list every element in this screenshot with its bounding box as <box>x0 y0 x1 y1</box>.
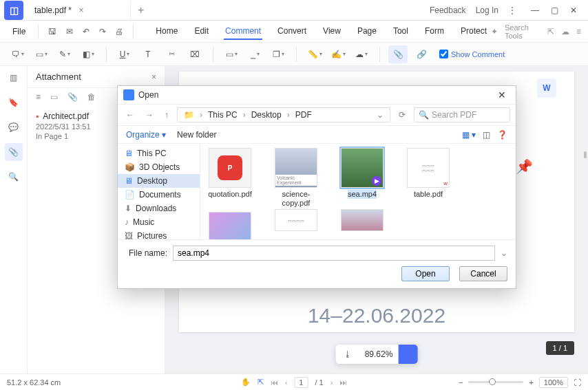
new-tab-button[interactable]: + <box>131 4 151 17</box>
preview-pane-icon[interactable]: ◫ <box>483 130 490 140</box>
close-icon[interactable]: ✕ <box>565 3 582 18</box>
feedback-link[interactable]: Feedback <box>430 6 466 15</box>
breadcrumb[interactable]: 📁› This PC› Desktop› PDF ⌄ <box>177 107 390 122</box>
shape-line-tool[interactable]: ⎯ <box>245 45 264 63</box>
text-tool[interactable]: T <box>138 45 158 63</box>
nav-up-icon[interactable]: ↑ <box>162 109 171 121</box>
file-item-selected[interactable]: ▶ sea.mp4 <box>335 148 389 208</box>
dialog-search-input[interactable]: 🔍 Search PDF <box>414 107 510 122</box>
tab-page[interactable]: Page <box>356 23 378 40</box>
help-icon[interactable]: ❓ <box>497 130 507 140</box>
file-item[interactable]: Volcanic Experiment science-copy.pdf <box>269 148 323 208</box>
file-item[interactable]: P quotation.pdf <box>203 148 257 208</box>
tree-documents[interactable]: 📄Documents <box>118 188 200 202</box>
eraser-tool[interactable]: ◧ <box>78 45 98 63</box>
tree-3d[interactable]: 📦3D Objects <box>118 160 200 174</box>
select-tool-icon[interactable]: ⇱ <box>258 378 264 387</box>
tree-music[interactable]: ♪Music <box>118 215 200 229</box>
undo-icon[interactable]: ↶ <box>79 24 93 39</box>
open-button[interactable]: Open <box>401 266 450 281</box>
sign-tool[interactable]: ✍ <box>328 45 348 63</box>
zoom-slider[interactable] <box>468 381 523 383</box>
redo-icon[interactable]: ↷ <box>96 24 109 39</box>
new-folder-button[interactable]: New folder <box>177 130 216 140</box>
panel-clip-icon[interactable]: 📎 <box>67 92 78 102</box>
panel-close-icon[interactable]: × <box>151 72 156 82</box>
tree-downloads[interactable]: ⬇Downloads <box>118 202 200 215</box>
fit-icon[interactable]: ⛶ <box>574 378 581 387</box>
rail-bookmark-icon[interactable]: 🔖 <box>5 94 23 111</box>
hand-tool-icon[interactable]: ✋ <box>241 378 251 387</box>
note-tool[interactable]: 🗨 <box>8 45 28 63</box>
zoom-handle[interactable] <box>398 345 417 364</box>
rail-attachment-icon[interactable]: 📎 <box>5 143 23 161</box>
page-number-input[interactable]: 1 <box>294 377 308 388</box>
prev-page-icon[interactable]: ‹ <box>285 378 288 387</box>
show-comment-checkbox[interactable] <box>439 50 448 58</box>
first-page-icon[interactable]: ⏮ <box>271 378 278 387</box>
shape-rect-tool[interactable]: ▭ <box>222 45 241 63</box>
crumb-thispc[interactable]: This PC <box>206 110 240 120</box>
filename-input[interactable] <box>173 246 495 261</box>
zoom-out-icon[interactable]: − <box>459 378 463 387</box>
menu-icon[interactable]: ≡ <box>576 27 581 36</box>
more-icon[interactable]: ⋮ <box>508 6 516 15</box>
measure-tool[interactable]: 📏 <box>305 45 324 63</box>
cloud-tool[interactable]: ☁ <box>352 45 371 63</box>
rail-thumbnails-icon[interactable]: ▥ <box>5 69 23 87</box>
print-icon[interactable]: 🖨 <box>112 24 126 39</box>
rail-search-icon[interactable]: 🔍 <box>5 168 23 186</box>
file-item[interactable]: tezos-WN5_7UBc7cw-unsplash.gif <box>203 212 257 239</box>
document-tab[interactable]: table.pdf * × <box>28 1 131 20</box>
view-mode-icon[interactable]: ▦ ▾ <box>462 130 476 140</box>
close-tab-icon[interactable]: × <box>76 6 124 15</box>
tree-thispc[interactable]: 🖥This PC <box>118 147 200 160</box>
login-link[interactable]: Log In <box>476 6 498 15</box>
cloud-icon[interactable]: ☁ <box>561 27 569 36</box>
maximize-icon[interactable]: ▢ <box>545 3 563 18</box>
tab-comment[interactable]: Comment <box>224 23 262 40</box>
tab-protect[interactable]: Protect <box>459 23 488 40</box>
tree-pictures[interactable]: 🖼Pictures <box>118 229 200 239</box>
crumb-desktop[interactable]: Desktop <box>249 110 284 120</box>
share-icon[interactable]: ⇱ <box>547 27 554 36</box>
tree-desktop[interactable]: 🖥Desktop <box>118 174 200 188</box>
refresh-icon[interactable]: ⟳ <box>396 109 408 121</box>
textbox-tool[interactable]: ⎶ <box>162 45 181 63</box>
stamp-tool[interactable]: ❐ <box>269 45 288 63</box>
dialog-close-icon[interactable]: ✕ <box>494 88 510 102</box>
zoom-in-icon[interactable]: + <box>529 378 533 387</box>
minimize-icon[interactable]: — <box>526 3 544 18</box>
tab-tool[interactable]: Tool <box>392 23 410 40</box>
organize-menu[interactable]: Organize ▾ <box>126 130 166 140</box>
mail-icon[interactable]: ✉ <box>63 24 76 39</box>
next-page-icon[interactable]: › <box>330 378 333 387</box>
file-menu[interactable]: File <box>7 24 31 39</box>
tab-home[interactable]: Home <box>154 23 179 40</box>
tab-view[interactable]: View <box>322 23 342 40</box>
attachment-tool[interactable]: 📎 <box>388 45 408 63</box>
file-item[interactable]: ▭▭▭▭▭▭W table.pdf <box>401 148 455 208</box>
panel-list-icon[interactable]: ≡ <box>36 92 41 102</box>
tab-edit[interactable]: Edit <box>193 23 210 40</box>
file-item[interactable]: ▭▭▭▭ <box>269 209 323 239</box>
download-icon[interactable]: ⭳ <box>336 349 359 359</box>
crumb-pdf[interactable]: PDF <box>293 110 314 120</box>
last-page-icon[interactable]: ⏭ <box>339 378 347 387</box>
save-icon[interactable]: 🖫 <box>45 24 59 39</box>
tab-convert[interactable]: Convert <box>276 23 308 40</box>
rail-comment-icon[interactable]: 💬 <box>5 118 23 136</box>
underline-tool[interactable]: U <box>115 45 134 63</box>
panel-add-icon[interactable]: ▭ <box>50 92 58 102</box>
pen-tool[interactable]: ✎ <box>55 45 74 63</box>
panel-delete-icon[interactable]: 🗑 <box>87 92 96 102</box>
zoom-value[interactable]: 100% <box>539 377 568 388</box>
cancel-button[interactable]: Cancel <box>459 266 507 281</box>
highlight-tool[interactable]: ▭ <box>32 45 51 63</box>
tab-form[interactable]: Form <box>423 23 445 40</box>
pushpin-icon[interactable]: 📌 <box>516 158 533 175</box>
nav-fwd-icon[interactable]: → <box>143 109 156 121</box>
wand-icon[interactable]: ✦ <box>491 27 498 36</box>
search-tools-input[interactable]: Search Tools <box>505 23 540 40</box>
file-item[interactable] <box>335 209 389 239</box>
